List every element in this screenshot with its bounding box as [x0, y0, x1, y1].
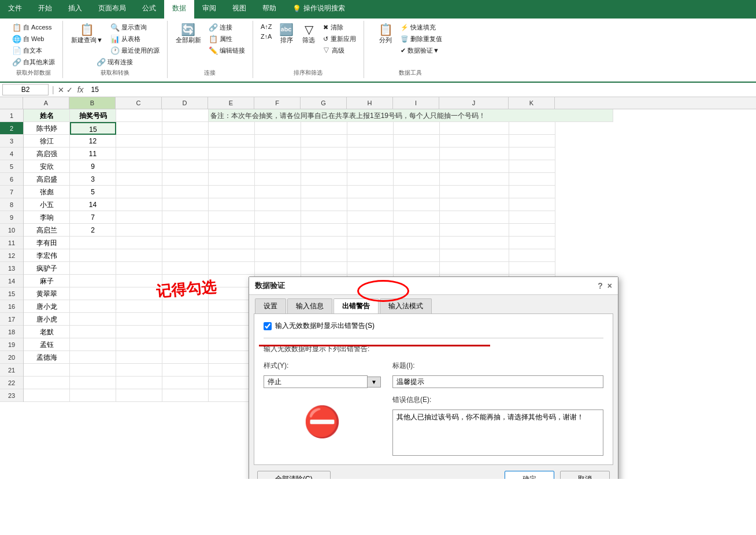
connections-label: 连接 — [204, 69, 216, 77]
btn-show-query[interactable]: 🔍 显示查询 — [108, 22, 162, 33]
tab-page-layout[interactable]: 页面布局 — [90, 0, 134, 19]
group-data-tools: 📋 分列 ⚡ 快速填充 🗑️ 删除重复值 ✔ 数据验证▼ 数据工具 — [364, 21, 457, 78]
btn-from-other[interactable]: 🔗 自其他来源 — [9, 57, 58, 68]
group-external-data: 📋 自 Access 🌐 自 Web 📄 自文本 🔗 自其他来源 — [5, 21, 63, 78]
btn-clear-all[interactable]: 全部清除(C) — [257, 471, 331, 479]
btn-properties[interactable]: 📋 属性 — [206, 34, 248, 45]
get-transform-items: 📋 新建查询▼ 🔍 显示查询 📊 从表格 🕐 最近使用的源 — [68, 22, 162, 57]
btn-connections[interactable]: 🔗 连接 — [206, 22, 248, 33]
ribbon: 文件 开始 插入 页面布局 公式 数据 审阅 视图 帮助 💡操作说明搜索 📋 自… — [0, 0, 756, 83]
btn-clear[interactable]: ✖ 清除 — [320, 22, 358, 33]
btn-ok[interactable]: 确定 — [505, 471, 554, 479]
form-area: 样式(Y): 停止 ▼ ⛔ 标题 — [264, 359, 603, 457]
dialog-overlay: 数据验证 ? × 设置 输入信息 出错警告 输入法模式 输入无效数据时显示出错警… — [0, 97, 756, 479]
dialog-tab-settings[interactable]: 设置 — [255, 298, 286, 313]
dialog-tab-input-info[interactable]: 输入信息 — [287, 298, 332, 313]
style-select-group: 停止 ▼ — [264, 375, 381, 388]
connections-icon: 🔗 — [209, 23, 218, 32]
right-form: 标题(I): 错误信息(E): 其他人已抽过该号码，你不能再抽，请选择其他号码，… — [392, 359, 603, 457]
checkbox-label: 输入无效数据时显示出错警告(S) — [275, 321, 375, 331]
group-get-transform: 📋 新建查询▼ 🔍 显示查询 📊 从表格 🕐 最近使用的源 — [63, 21, 168, 78]
tab-formula[interactable]: 公式 — [134, 0, 164, 19]
btn-sort[interactable]: 🔤 排序 — [276, 22, 297, 46]
web-icon: 🌐 — [12, 35, 21, 43]
dialog-tab-error-alert[interactable]: 出错警告 — [333, 298, 379, 313]
btn-existing-conn-label: 现有连接 — [108, 58, 133, 67]
btn-sort-az[interactable]: A↑Z — [258, 22, 275, 31]
split-cols-icon: 📋 — [379, 24, 393, 35]
dialog-question[interactable]: ? — [598, 281, 603, 290]
filter-options: ✖ 清除 ↺ 重新应用 ▽ 高级 — [320, 22, 358, 56]
error-circle-icon: ⛔ — [303, 404, 341, 440]
tab-file[interactable]: 文件 — [0, 0, 30, 19]
external-data-buttons: 📋 自 Access 🌐 自 Web 📄 自文本 🔗 自其他来源 — [9, 22, 58, 68]
existing-conn-icon: 🔗 — [97, 58, 106, 67]
btn-show-query-label: 显示查询 — [121, 23, 147, 32]
btn-split-cols-label: 分列 — [379, 36, 392, 45]
btn-advanced[interactable]: ▽ 高级 — [320, 45, 358, 56]
btn-cancel[interactable]: 取消 — [560, 471, 610, 479]
tab-review[interactable]: 审阅 — [194, 0, 224, 19]
formula-bar-cancel[interactable]: ✕ — [58, 86, 64, 94]
sheet-container: A B C D E F G H I J K 1 2 3 4 5 6 7 8 9 … — [0, 97, 756, 479]
dialog-footer: 全部清除(C) 确定 取消 — [249, 465, 618, 479]
btn-data-validate[interactable]: ✔ 数据验证▼ — [398, 45, 445, 56]
tab-data[interactable]: 数据 — [164, 0, 194, 19]
from-table-icon: 📊 — [110, 35, 120, 43]
btn-refresh-all[interactable]: 🔄 全部刷新 — [172, 22, 205, 68]
btn-new-query-label: 新建查询▼ — [71, 36, 103, 45]
dialog-tab-input-method[interactable]: 输入法模式 — [380, 298, 432, 313]
btn-from-access[interactable]: 📋 自 Access — [9, 22, 58, 33]
btn-existing-conn[interactable]: 🔗 现有连接 — [94, 57, 136, 68]
btn-sort-za[interactable]: Z↑A — [258, 32, 275, 41]
btn-filter[interactable]: ▽ 筛选 — [298, 22, 319, 46]
btn-from-text[interactable]: 📄 自文本 — [9, 45, 58, 56]
dialog-close-icon[interactable]: × — [607, 281, 612, 290]
access-icon: 📋 — [12, 23, 21, 32]
tab-insert[interactable]: 插入 — [60, 0, 90, 19]
btn-recent-source[interactable]: 🕐 最近使用的源 — [108, 45, 162, 56]
tab-start[interactable]: 开始 — [30, 0, 60, 19]
sort-filter-label: 排序和筛选 — [294, 69, 323, 77]
error-textarea[interactable]: 其他人已抽过该号码，你不能再抽，请选择其他号码，谢谢！ — [392, 409, 603, 456]
new-query-icon: 📋 — [80, 24, 94, 35]
section-label: 输入无效数据时显示下列出错警告: — [264, 344, 603, 354]
tab-view[interactable]: 视图 — [224, 0, 254, 19]
btn-reapply[interactable]: ↺ 重新应用 — [320, 34, 358, 45]
formula-input[interactable] — [88, 84, 754, 95]
btn-new-query[interactable]: 📋 新建查询▼ — [68, 22, 106, 46]
btn-properties-label: 属性 — [220, 35, 232, 43]
title-input[interactable] — [392, 375, 603, 388]
btn-quick-fill[interactable]: ⚡ 快速填充 — [398, 22, 445, 33]
btn-remove-dup[interactable]: 🗑️ 删除重复值 — [398, 34, 445, 45]
btn-from-web[interactable]: 🌐 自 Web — [9, 34, 58, 45]
btn-from-table[interactable]: 📊 从表格 — [108, 34, 162, 45]
btn-refresh-all-label: 全部刷新 — [176, 36, 201, 45]
btn-from-other-label: 自其他来源 — [23, 58, 55, 67]
style-chevron-icon[interactable]: ▼ — [368, 377, 381, 388]
tab-help[interactable]: 帮助 — [254, 0, 284, 19]
error-icon-area: ⛔ — [264, 393, 381, 451]
name-box[interactable] — [2, 84, 49, 95]
btn-from-text-label: 自文本 — [23, 46, 42, 55]
external-data-items: 📋 自 Access 🌐 自 Web 📄 自文本 🔗 自其他来源 — [9, 22, 58, 68]
error-textarea-wrapper: 其他人已抽过该号码，你不能再抽，请选择其他号码，谢谢！ — [392, 409, 603, 457]
tab-search[interactable]: 💡操作说明搜索 — [284, 0, 353, 19]
connections-right: 🔗 连接 📋 属性 ✏️ 编辑链接 — [206, 22, 248, 68]
get-transform-label: 获取和转换 — [101, 69, 129, 77]
refresh-all-icon: 🔄 — [181, 24, 195, 35]
external-data-label: 获取外部数据 — [16, 69, 51, 77]
group-connections: 🔄 全部刷新 🔗 连接 📋 属性 ✏️ 编辑链接 — [168, 21, 253, 78]
btn-edit-links[interactable]: ✏️ 编辑链接 — [206, 45, 248, 56]
properties-icon: 📋 — [209, 35, 218, 43]
formula-bar-confirm[interactable]: ✓ — [66, 86, 73, 94]
sort-filter-items: A↑Z Z↑A 🔤 排序 ▽ 筛选 ✖ 清除 ↺ 重新应用 ▽ 高级 — [258, 22, 359, 68]
data-tools-right: ⚡ 快速填充 🗑️ 删除重复值 ✔ 数据验证▼ — [398, 22, 445, 68]
style-select[interactable]: 停止 — [264, 375, 368, 388]
show-error-checkbox[interactable] — [264, 322, 272, 330]
btn-split-cols[interactable]: 📋 分列 — [375, 22, 396, 68]
dialog-tab-bar: 设置 输入信息 出错警告 输入法模式 — [249, 295, 618, 313]
formula-bar-fx: fx — [75, 85, 86, 94]
btn-sort-label: 排序 — [280, 36, 293, 45]
left-form: 样式(Y): 停止 ▼ ⛔ — [264, 359, 381, 457]
